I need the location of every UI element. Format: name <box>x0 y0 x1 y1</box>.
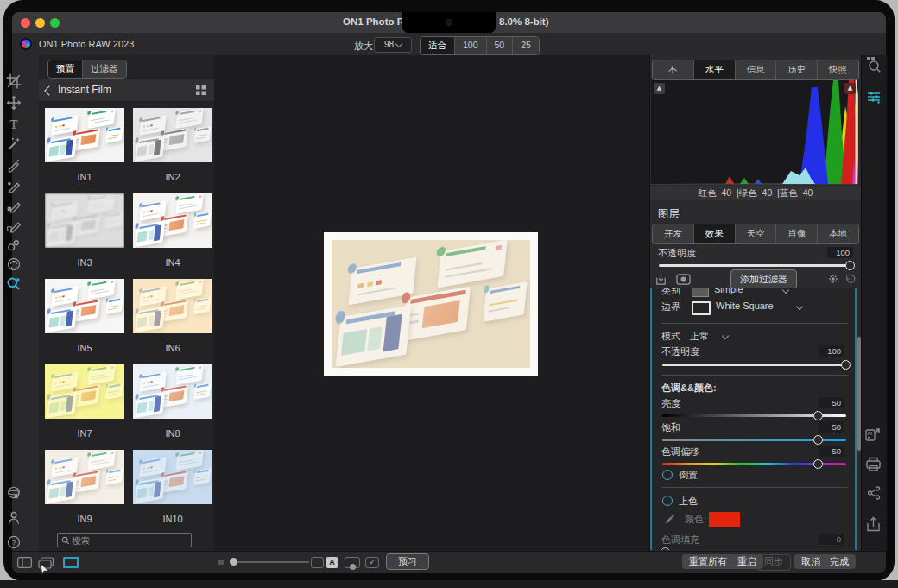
reset-all-button[interactable]: 重置所有 <box>682 554 734 569</box>
preset-IN1[interactable]: IN1 <box>45 108 124 193</box>
local-adjust-brush-icon[interactable] <box>6 198 22 213</box>
zoom-50-button[interactable]: 50 <box>486 37 513 54</box>
filter-options-gear-icon[interactable] <box>827 273 839 285</box>
zoom-25-button[interactable]: 25 <box>512 37 539 54</box>
view-zoom-tool-icon-active[interactable] <box>6 276 22 292</box>
export-mask-icon[interactable] <box>655 273 667 286</box>
zoom-100-button[interactable]: 100 <box>454 37 486 54</box>
add-filter-button[interactable]: 添加过滤器 <box>730 269 797 289</box>
tone-fill-value[interactable]: 0 <box>819 534 844 545</box>
soft-proof-icon[interactable]: ✓ <box>365 557 379 568</box>
preset-thumbnail[interactable] <box>45 364 124 419</box>
preset-thumbnail[interactable] <box>133 364 212 419</box>
tone-fill-slider[interactable] <box>662 547 846 550</box>
done-button[interactable]: 完成 <box>823 554 856 569</box>
tab-effects[interactable]: 效果 <box>693 224 735 243</box>
filter-opacity-slider[interactable] <box>662 359 846 370</box>
search-box[interactable] <box>57 533 192 547</box>
color-swatch-red[interactable] <box>709 512 740 527</box>
text-tool-icon[interactable]: T <box>6 116 22 131</box>
navigator-icon[interactable] <box>866 56 882 73</box>
slider-value[interactable]: 50 <box>819 397 844 408</box>
single-view-icon-active[interactable] <box>63 557 79 568</box>
tab-presets[interactable]: 预置 <box>48 60 82 78</box>
filter-opacity-value[interactable]: 100 <box>819 345 844 357</box>
tab-snapshots[interactable]: 快照 <box>817 60 858 79</box>
print-icon[interactable] <box>865 457 882 471</box>
help-icon[interactable]: ? <box>6 534 22 550</box>
slider-track-hue-shift[interactable] <box>662 458 846 469</box>
brush-tool-icon[interactable] <box>6 157 22 173</box>
preset-thumbnail[interactable] <box>133 193 212 248</box>
preset-thumbnail[interactable]: ♡ <box>45 279 124 333</box>
close-window-button[interactable] <box>21 18 30 28</box>
minimize-window-button[interactable] <box>35 18 45 28</box>
preset-thumbnail[interactable] <box>45 193 124 248</box>
move-tool-icon[interactable] <box>6 95 22 111</box>
tab-develop[interactable]: 开发 <box>653 224 693 243</box>
slider-track-saturation[interactable] <box>662 434 846 445</box>
fit-button[interactable]: 适合 <box>421 37 454 54</box>
preset-IN2[interactable]: IN2 <box>133 108 212 193</box>
account-icon[interactable] <box>6 510 22 526</box>
preset-thumbnail[interactable] <box>45 450 124 504</box>
highlight-clipping-toggle[interactable]: ▲ <box>844 83 856 94</box>
eyedropper-icon[interactable] <box>664 514 675 525</box>
ai-resize-icon[interactable]: AI <box>865 427 882 443</box>
magic-wand-tool-icon[interactable] <box>6 136 22 152</box>
preset-IN4[interactable]: IN4 <box>133 193 212 279</box>
back-chevron-icon[interactable] <box>44 85 54 95</box>
preset-IN10[interactable]: IN10 <box>133 450 212 535</box>
preset-IN6[interactable]: IN6 <box>133 279 212 364</box>
tab-portrait[interactable]: 肖像 <box>775 224 817 243</box>
shadow-clipping-toggle[interactable]: ▲ <box>654 83 665 94</box>
preset-thumbnail[interactable] <box>133 108 212 162</box>
grid-view-icon[interactable] <box>196 85 206 95</box>
reset-filter-undo-icon[interactable] <box>844 273 857 285</box>
thumbnail-size-slider[interactable] <box>230 558 309 566</box>
mask-brush-icon[interactable] <box>6 218 22 233</box>
mask-view-icon[interactable] <box>345 557 360 568</box>
perfect-eraser-tool-icon[interactable] <box>6 178 22 193</box>
sync-button[interactable]: 同步 <box>756 554 791 571</box>
favorite-heart-icon[interactable]: ♡ <box>112 280 121 291</box>
invert-radio-icon[interactable] <box>662 470 673 480</box>
crop-tool-icon[interactable] <box>6 73 22 89</box>
zoom-value-select[interactable]: 98 <box>374 37 412 53</box>
original-view-icon[interactable] <box>311 557 324 568</box>
preset-IN3[interactable]: IN3 <box>45 193 124 279</box>
preset-thumbnail[interactable] <box>133 279 212 333</box>
preset-IN7[interactable]: IN7 <box>45 364 124 450</box>
preset-IN9[interactable]: IN9 <box>45 450 124 535</box>
preset-thumbnail[interactable] <box>133 450 212 504</box>
layer-opacity-value[interactable]: 100 <box>827 247 853 258</box>
zoom-window-button[interactable] <box>50 18 60 28</box>
share-icon[interactable] <box>867 486 881 500</box>
tab-info[interactable]: 信息 <box>735 60 776 79</box>
tab-levels[interactable]: 水平 <box>693 60 735 79</box>
sphere-3d-icon[interactable] <box>6 485 22 501</box>
tab-filters[interactable]: 过滤器 <box>82 60 126 78</box>
preset-IN5[interactable]: ♡IN5 <box>45 279 124 364</box>
luminosity-mask-icon[interactable] <box>676 273 691 286</box>
collection-header[interactable]: Instant Film <box>39 79 214 101</box>
tab-sky[interactable]: 天空 <box>735 224 776 243</box>
photo-preview[interactable] <box>324 232 538 376</box>
ai-face-tool-icon[interactable] <box>6 256 22 272</box>
browse-panel-toggle-icon[interactable] <box>17 557 32 568</box>
preset-IN8[interactable]: IN8 <box>133 364 212 450</box>
clone-stamp-tool-icon[interactable] <box>6 237 22 253</box>
tab-local[interactable]: 本地 <box>817 224 858 243</box>
edit-sliders-icon-active[interactable] <box>867 90 881 104</box>
tab-history[interactable]: 历史 <box>775 60 817 79</box>
accessibility-contrast-icon[interactable]: A <box>326 557 338 568</box>
slider-value[interactable]: 50 <box>819 446 844 457</box>
export-icon[interactable] <box>866 516 881 532</box>
slider-value[interactable]: 50 <box>819 421 844 433</box>
slider-track-brightness[interactable] <box>662 410 846 420</box>
preset-thumbnail[interactable] <box>45 108 124 162</box>
colorize-radio-icon[interactable] <box>662 496 673 506</box>
preview-button[interactable]: 预习 <box>386 553 429 570</box>
tab-none[interactable]: 不 <box>653 60 693 79</box>
search-input[interactable] <box>70 534 177 547</box>
